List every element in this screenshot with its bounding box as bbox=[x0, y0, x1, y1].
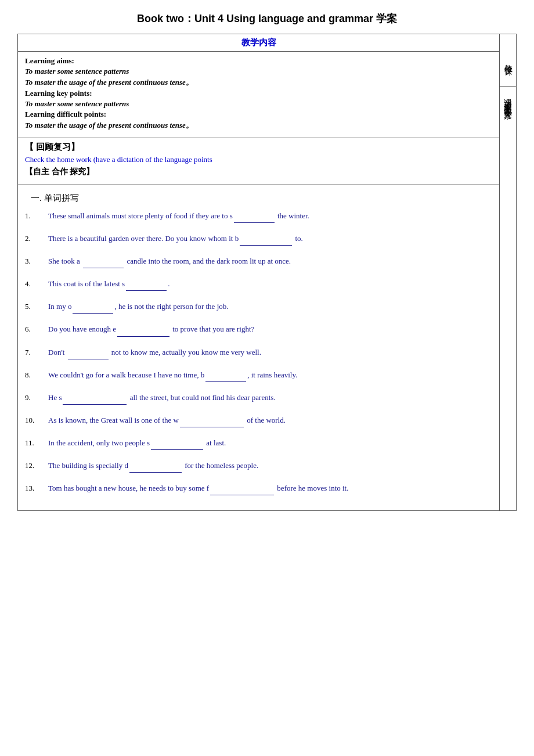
learning-difficult-item-1: To msater the usage of the present conti… bbox=[25, 120, 492, 131]
question-11: 11. In the accident, only two people s a… bbox=[25, 437, 492, 450]
q-text-6: Do you have enough e to prove that you a… bbox=[48, 323, 492, 336]
q-text-8: We couldn't go for a walk because I have… bbox=[48, 369, 492, 382]
q-text-12: The building is specially d for the home… bbox=[48, 459, 492, 473]
blank-10 bbox=[180, 414, 244, 427]
q-text-11: In the accident, only two people s at la… bbox=[48, 437, 492, 450]
right-sidebar: 教学设计 课前请了解本单元课文背景 bbox=[500, 34, 516, 510]
sidebar-bottom-text: 课前请了解本单元课文背景 bbox=[502, 92, 514, 106]
learning-aims-section: Learning aims: To master some sentence p… bbox=[18, 52, 499, 138]
q-text-10: As is known, the Great wall is one of th… bbox=[48, 414, 492, 427]
learning-difficult-label: Learning difficult points: bbox=[25, 110, 492, 119]
question-3: 3. She took a candle into the room, and … bbox=[25, 255, 492, 268]
zizhu-title: 【自主 合作 探究】 bbox=[25, 167, 492, 177]
blank-6 bbox=[117, 323, 169, 336]
learning-item-1: To master some sentence patterns bbox=[25, 67, 492, 76]
blank-3 bbox=[83, 255, 124, 268]
q-num-8: 8. bbox=[25, 369, 48, 382]
page-title: Book two：Unit 4 Using language and gramm… bbox=[17, 12, 517, 26]
q-num-10: 10. bbox=[25, 414, 48, 427]
q-num-7: 7. bbox=[25, 346, 48, 359]
q-num-3: 3. bbox=[25, 255, 48, 268]
question-13: 13. Tom has bought a new house, he needs… bbox=[25, 482, 492, 495]
q-num-1: 1. bbox=[25, 210, 48, 223]
teaching-content-header: 教学内容 bbox=[18, 34, 499, 52]
blank-13 bbox=[210, 482, 274, 495]
q-num-4: 4. bbox=[25, 278, 48, 291]
q-num-2: 2. bbox=[25, 232, 48, 246]
question-4: 4. This coat is of the latest s . bbox=[25, 278, 492, 291]
q-text-4: This coat is of the latest s . bbox=[48, 278, 492, 291]
body-section: 一. 单词拼写 1. These small animals must stor… bbox=[18, 185, 499, 510]
learning-key-label: Learning key points: bbox=[25, 89, 492, 98]
learning-aims-label: Learning aims: bbox=[25, 56, 492, 66]
q-num-11: 11. bbox=[25, 437, 48, 450]
question-2: 2. There is a beautiful garden over ther… bbox=[25, 232, 492, 246]
blank-1 bbox=[234, 210, 275, 223]
blank-12 bbox=[129, 459, 182, 473]
question-1: 1. These small animals must store plenty… bbox=[25, 210, 492, 223]
q-text-2: There is a beautiful garden over there. … bbox=[48, 232, 492, 246]
q-text-3: She took a candle into the room, and the… bbox=[48, 255, 492, 268]
learning-key-item-1: To master some sentence patterns bbox=[25, 99, 492, 109]
learning-item-2: To msater the usage of the present conti… bbox=[25, 77, 492, 88]
review-check: Check the home work (have a dictation of… bbox=[25, 155, 492, 164]
q-num-6: 6. bbox=[25, 323, 48, 336]
blank-11 bbox=[151, 437, 203, 450]
question-12: 12. The building is specially d for the … bbox=[25, 459, 492, 473]
question-10: 10. As is known, the Great wall is one o… bbox=[25, 414, 492, 427]
blank-4 bbox=[126, 278, 167, 291]
question-8: 8. We couldn't go for a walk because I h… bbox=[25, 369, 492, 382]
question-9: 9. He s all the street, but could not fi… bbox=[25, 391, 492, 405]
q-num-12: 12. bbox=[25, 459, 48, 473]
q-num-13: 13. bbox=[25, 482, 48, 495]
sidebar-top-text: 教学设计 bbox=[503, 58, 513, 63]
blank-2 bbox=[240, 232, 292, 246]
blank-5 bbox=[73, 300, 113, 314]
q-text-7: Don't not to know me, actually you know … bbox=[48, 346, 492, 359]
q-text-1: These small animals must store plenty of… bbox=[48, 210, 492, 223]
question-7: 7. Don't not to know me, actually you kn… bbox=[25, 346, 492, 359]
q-num-5: 5. bbox=[25, 300, 48, 314]
q-num-9: 9. bbox=[25, 391, 48, 405]
review-section: 【 回顾复习】 Check the home work (have a dict… bbox=[18, 138, 499, 185]
q-text-5: In my o , he is not the right person for… bbox=[48, 300, 492, 314]
question-5: 5. In my o , he is not the right person … bbox=[25, 300, 492, 314]
question-6: 6. Do you have enough e to prove that yo… bbox=[25, 323, 492, 336]
blank-9 bbox=[63, 391, 127, 405]
blank-8 bbox=[205, 369, 246, 382]
blank-7 bbox=[68, 346, 109, 359]
review-title: 【 回顾复习】 bbox=[25, 142, 492, 153]
q-text-9: He s all the street, but could not find … bbox=[48, 391, 492, 405]
section-one-label: 一. 单词拼写 bbox=[31, 193, 492, 204]
q-text-13: Tom has bought a new house, he needs to … bbox=[48, 482, 492, 495]
